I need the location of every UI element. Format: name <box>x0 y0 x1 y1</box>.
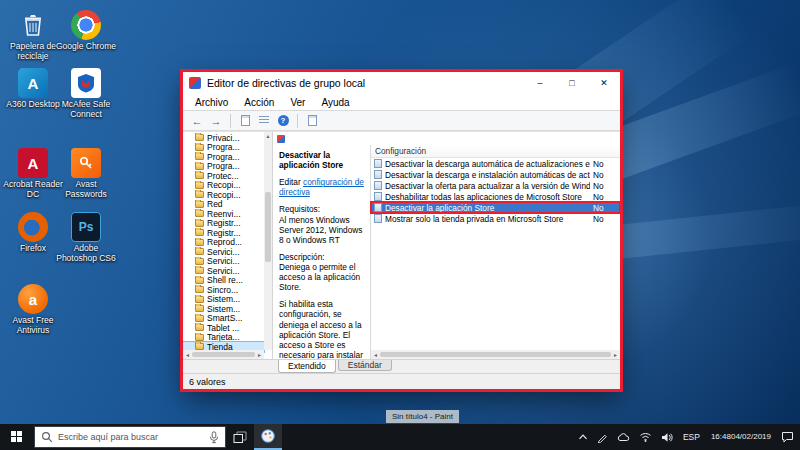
setting-row[interactable]: Desactivar la descarga e instalación aut… <box>371 169 620 180</box>
menu-archivo[interactable]: Archivo <box>187 97 236 108</box>
folder-icon <box>195 210 204 217</box>
menu-ayuda[interactable]: Ayuda <box>313 97 357 108</box>
desktop-icon-mcafee-safe-connect[interactable]: McAfee Safe Connect <box>54 68 118 120</box>
filter-icon[interactable] <box>303 113 321 129</box>
folder-icon <box>195 239 204 246</box>
scrollbar-thumb[interactable] <box>380 352 611 357</box>
toolbar-separator <box>230 114 231 128</box>
tree-item[interactable]: Tarjeta... <box>183 333 264 343</box>
acrobat-icon: A <box>18 148 48 178</box>
scroll-up-icon[interactable]: ▲ <box>264 132 272 140</box>
setting-row[interactable]: Desactivar la oferta para actualizar a l… <box>371 180 620 191</box>
desktop-icon-label: McAfee Safe Connect <box>54 100 118 120</box>
desktop-icon-google-chrome[interactable]: Google Chrome <box>54 10 118 52</box>
volume-button[interactable] <box>657 424 677 450</box>
scroll-right-icon[interactable]: ► <box>613 352 618 358</box>
tree-horizontal-scrollbar[interactable]: ◄ ► <box>183 350 264 359</box>
folder-icon <box>195 229 204 236</box>
taskbar: Escribe aquí para buscar ES <box>0 424 800 450</box>
tab-estandar[interactable]: Estándar <box>338 360 392 371</box>
tree-vertical-scrollbar[interactable]: ▲ <box>264 132 272 350</box>
hidden-icons-button[interactable] <box>574 424 592 450</box>
menu-accion[interactable]: Acción <box>236 97 282 108</box>
folder-icon <box>195 286 204 293</box>
network-button[interactable] <box>635 424 656 450</box>
folder-icon <box>195 172 204 179</box>
windows-ink-button[interactable] <box>593 424 612 450</box>
action-center-button[interactable] <box>777 424 798 450</box>
tree-item[interactable]: Red <box>183 200 264 210</box>
console-tree-icon[interactable] <box>236 113 254 129</box>
window-titlebar[interactable]: Editor de directivas de grupo local – □ … <box>183 72 620 94</box>
desktop-icon-photoshop[interactable]: Ps Adobe Photoshop CS6 <box>54 212 118 264</box>
microphone-icon[interactable] <box>209 431 219 444</box>
policy-setting-icon <box>374 170 382 179</box>
search-placeholder: Escribe aquí para buscar <box>58 432 204 442</box>
task-view-button[interactable] <box>226 424 254 450</box>
scroll-left-icon[interactable]: ◄ <box>373 352 378 358</box>
tree-item[interactable]: Sistem... <box>183 304 264 314</box>
tab-extendido[interactable]: Extendido <box>278 360 336 373</box>
setting-row-desactivar-store-selected[interactable]: Desactivar la aplicación Store No <box>371 202 620 213</box>
back-icon[interactable]: ← <box>188 113 206 129</box>
folder-icon <box>195 163 204 170</box>
tree-item[interactable]: Servici... <box>183 257 264 267</box>
export-list-icon[interactable] <box>255 113 273 129</box>
tree-item[interactable]: Progra... <box>183 162 264 172</box>
tree-item[interactable]: Registr... <box>183 219 264 229</box>
scroll-right-icon[interactable]: ► <box>257 352 262 358</box>
tree-item[interactable]: Sincro... <box>183 285 264 295</box>
description-text-2: Si habilita esta configuración, se denie… <box>279 299 365 359</box>
volume-icon <box>661 432 673 443</box>
menu-ver[interactable]: Ver <box>282 97 313 108</box>
setting-row[interactable]: Deshabilitar todas las aplicaciones de M… <box>371 191 620 202</box>
desktop-icon-label: Adobe Photoshop CS6 <box>54 244 118 264</box>
tree-item[interactable]: Tablet ... <box>183 323 264 333</box>
desktop-icon-avast-free-antivirus[interactable]: a Avast Free Antivirus <box>1 284 65 336</box>
folder-icon <box>195 305 204 312</box>
toolbar-separator <box>297 114 298 128</box>
photoshop-icon: Ps <box>71 212 101 242</box>
setting-row[interactable]: Mostrar solo la tienda privada en Micros… <box>371 213 620 224</box>
taskbar-paint-button[interactable] <box>254 424 282 450</box>
maximize-button[interactable]: □ <box>556 72 588 94</box>
desktop-icon-avast-passwords[interactable]: Avast Passwords <box>54 148 118 200</box>
requirements-text: Al menos Windows Server 2012, Windows 8 … <box>279 215 362 245</box>
tree-item[interactable]: Sistem... <box>183 295 264 305</box>
tree-item[interactable]: Servici... <box>183 247 264 257</box>
folder-icon <box>195 134 204 141</box>
clock-date: 04/02/2019 <box>731 432 771 442</box>
list-horizontal-scrollbar[interactable]: ◄ ► <box>371 350 620 359</box>
tree-item[interactable]: Servici... <box>183 266 264 276</box>
clock[interactable]: 16:48 04/02/2019 <box>706 424 776 450</box>
setting-state: No <box>593 181 617 191</box>
tree-item[interactable]: Registr... <box>183 228 264 238</box>
tree-item[interactable]: Recopi... <box>183 190 264 200</box>
settings-list-pane: Configuración Desactivar la descarga aut… <box>371 145 620 359</box>
start-button[interactable] <box>0 424 34 450</box>
scroll-left-icon[interactable]: ◄ <box>185 352 190 358</box>
tree-item[interactable]: Privaci... <box>183 133 264 143</box>
tree-item[interactable]: Recopi... <box>183 181 264 191</box>
tree-item[interactable]: Reenvi... <box>183 209 264 219</box>
tree-item[interactable]: Shell re... <box>183 276 264 286</box>
wifi-icon <box>639 432 652 442</box>
onedrive-button[interactable] <box>613 424 634 450</box>
scrollbar-thumb[interactable] <box>265 192 271 262</box>
tree-item[interactable]: Reprod... <box>183 238 264 248</box>
tree-item[interactable]: Progra... <box>183 152 264 162</box>
help-icon[interactable]: ? <box>274 113 292 129</box>
tree-item[interactable]: Progra... <box>183 143 264 153</box>
column-header-configuracion[interactable]: Configuración <box>371 145 620 158</box>
language-indicator[interactable]: ESP <box>678 424 705 450</box>
setting-row[interactable]: Desactivar la descarga automática de act… <box>371 158 620 169</box>
description-label: Descripción: <box>279 252 365 262</box>
minimize-button[interactable]: – <box>524 72 556 94</box>
close-button[interactable]: ✕ <box>588 72 620 94</box>
tree-item[interactable]: Protec... <box>183 171 264 181</box>
tree-item[interactable]: SmartS... <box>183 314 264 324</box>
folder-icon <box>195 144 204 151</box>
taskbar-search-input[interactable]: Escribe aquí para buscar <box>34 426 226 448</box>
forward-icon[interactable]: → <box>207 113 225 129</box>
scrollbar-thumb[interactable] <box>192 352 255 357</box>
